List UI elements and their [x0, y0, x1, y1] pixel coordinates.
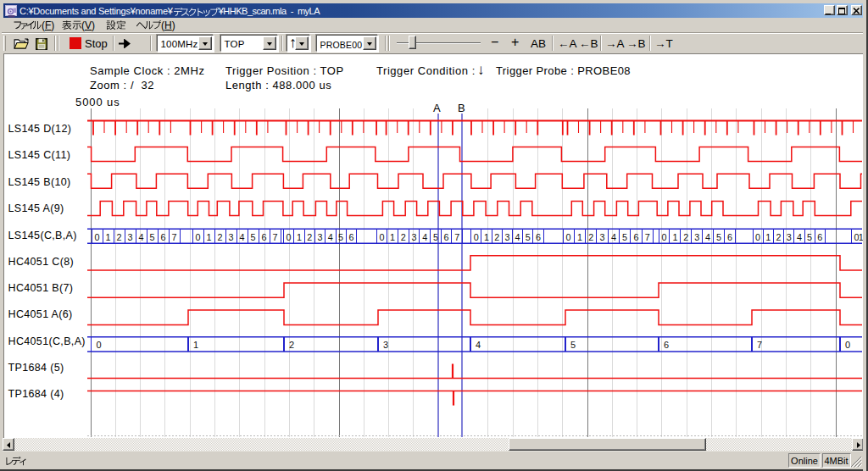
svg-text:7: 7 — [171, 232, 176, 242]
svg-text:4: 4 — [797, 232, 802, 242]
svg-text:1: 1 — [672, 232, 677, 242]
svg-text:0: 0 — [287, 232, 292, 242]
svg-text:4: 4 — [138, 232, 143, 242]
svg-text:2: 2 — [683, 232, 688, 242]
svg-text:1: 1 — [297, 232, 302, 242]
svg-text:7: 7 — [645, 232, 650, 242]
svg-text:6: 6 — [727, 232, 732, 242]
svg-text:3: 3 — [504, 232, 509, 242]
svg-text:3: 3 — [383, 340, 388, 350]
svg-text:0: 0 — [661, 232, 666, 242]
svg-text:4: 4 — [611, 232, 616, 242]
svg-text:6: 6 — [633, 232, 638, 242]
svg-text:0: 0 — [845, 340, 850, 350]
svg-text:4: 4 — [422, 232, 427, 242]
svg-text:1: 1 — [193, 340, 198, 350]
svg-text:1: 1 — [577, 232, 582, 242]
svg-text:1: 1 — [484, 232, 489, 242]
svg-text:5: 5 — [807, 232, 812, 242]
svg-text:3: 3 — [694, 232, 699, 242]
svg-text:6: 6 — [444, 232, 449, 242]
svg-text:5: 5 — [570, 340, 576, 350]
svg-text:0: 0 — [474, 232, 479, 242]
svg-text:5: 5 — [433, 232, 438, 242]
svg-text:3: 3 — [317, 232, 322, 242]
svg-text:7: 7 — [454, 232, 459, 242]
svg-text:1: 1 — [390, 232, 395, 242]
svg-text:1: 1 — [206, 232, 211, 242]
svg-text:5: 5 — [526, 232, 531, 242]
svg-text:5: 5 — [716, 232, 721, 242]
svg-text:0: 0 — [566, 232, 571, 242]
svg-text:6: 6 — [817, 232, 822, 242]
svg-text:5: 5 — [250, 232, 255, 242]
svg-text:3: 3 — [228, 232, 233, 242]
svg-text:7: 7 — [272, 232, 277, 242]
svg-text:2: 2 — [217, 232, 222, 242]
svg-text:6: 6 — [261, 232, 266, 242]
svg-text:1: 1 — [765, 232, 771, 242]
svg-text:4: 4 — [515, 232, 520, 242]
svg-text:0: 0 — [195, 232, 200, 242]
svg-text:4: 4 — [328, 232, 333, 242]
svg-text:2: 2 — [307, 232, 312, 242]
svg-text:3: 3 — [411, 232, 416, 242]
svg-text:0: 0 — [379, 232, 384, 242]
svg-text:6: 6 — [160, 232, 165, 242]
svg-text:2: 2 — [401, 232, 406, 242]
svg-text:0: 0 — [755, 232, 760, 242]
svg-text:4: 4 — [705, 232, 710, 242]
svg-text:3: 3 — [127, 232, 132, 242]
svg-text:2: 2 — [116, 232, 121, 242]
svg-text:3: 3 — [599, 232, 604, 242]
svg-text:1: 1 — [105, 232, 110, 242]
svg-text:5: 5 — [338, 232, 343, 242]
svg-text:0: 0 — [94, 232, 99, 242]
svg-text:6: 6 — [536, 232, 541, 242]
svg-text:2: 2 — [776, 232, 781, 242]
svg-text:4: 4 — [239, 232, 244, 242]
svg-text:5: 5 — [149, 232, 154, 242]
svg-text:6: 6 — [664, 340, 669, 350]
svg-text:6: 6 — [348, 232, 353, 242]
svg-text:3: 3 — [787, 232, 792, 242]
svg-text:2: 2 — [588, 232, 593, 242]
svg-text:2: 2 — [289, 340, 294, 350]
svg-text:5: 5 — [622, 232, 627, 242]
svg-text:7: 7 — [757, 340, 762, 350]
svg-text:4: 4 — [476, 340, 481, 350]
svg-text:0: 0 — [97, 340, 102, 350]
svg-text:2: 2 — [494, 232, 499, 242]
